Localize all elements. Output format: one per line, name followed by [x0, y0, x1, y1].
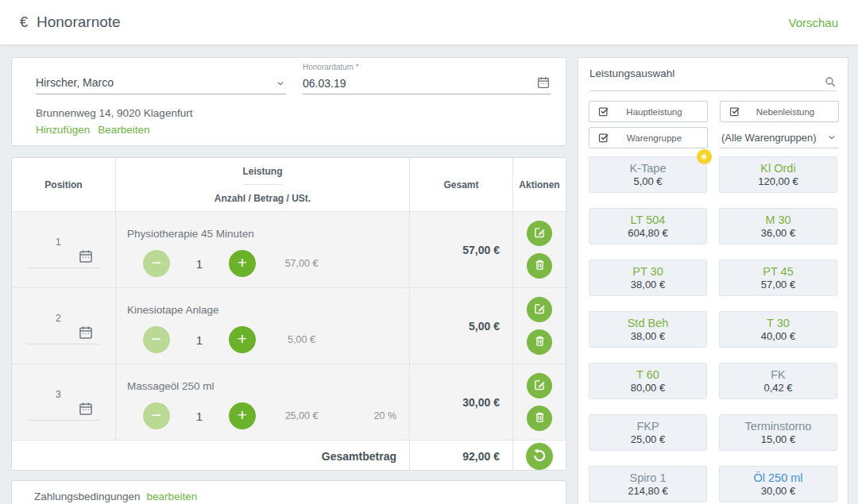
warengruppen-select-value: (Alle Warengruppen)	[721, 132, 816, 144]
increase-quantity-button[interactable]: +	[229, 402, 256, 429]
service-button-name: PT 30	[632, 265, 663, 278]
page-title: € Honorarnote	[20, 13, 121, 31]
service-button[interactable]: ★ K-Tape 5,00 €	[589, 156, 707, 193]
service-button[interactable]: ★ T 60 80,00 €	[589, 363, 707, 399]
patient-address: Brunnenweg 14, 9020 Klagenfurt	[36, 107, 192, 119]
calendar-icon[interactable]	[78, 401, 94, 417]
edit-icon	[533, 302, 547, 317]
service-button[interactable]: ★ LT 504 604,80 €	[589, 208, 707, 244]
position-input[interactable]: 3	[27, 384, 100, 421]
service-button[interactable]: ★ Std Beh 38,00 €	[589, 311, 707, 348]
service-button-price: 38,00 €	[631, 330, 665, 342]
service-button[interactable]: ★ T 30 40,00 €	[719, 311, 837, 348]
patient-select[interactable]: Hirscher, Marco	[36, 72, 286, 94]
service-name: Kinesiotape Anlage	[126, 304, 409, 316]
services-grid: ★ K-Tape 5,00 € ★ Kl Ordi 120,00 € ★ LT …	[589, 156, 837, 502]
position-value: 3	[56, 389, 61, 400]
fee-date-field[interactable]: Honorardatum * 06.03.19	[303, 63, 551, 94]
table-row: 3 Massageöl 250 ml − 1 +	[12, 364, 566, 440]
service-button-price: 5,00 €	[633, 175, 662, 187]
edit-icon	[533, 378, 547, 394]
grand-total-label: Gesamtbetrag	[12, 441, 409, 471]
edit-row-button[interactable]	[527, 373, 552, 398]
euro-icon: €	[20, 14, 28, 31]
filter-label: Warengruppe	[609, 133, 707, 143]
calendar-icon[interactable]	[78, 325, 94, 340]
service-button[interactable]: ★ FK 0,42 €	[719, 363, 837, 399]
service-button[interactable]: ★ PT 45 57,00 €	[719, 260, 837, 296]
delete-row-button[interactable]	[527, 329, 552, 355]
service-button-name: FK	[771, 368, 786, 381]
service-button[interactable]: ★ Kl Ordi 120,00 €	[719, 156, 837, 193]
quantity-value: 1	[170, 333, 229, 347]
grand-total-value: 92,00 €	[409, 441, 512, 471]
reset-invoice-button[interactable]	[526, 443, 553, 470]
fee-date-label: Honorardatum *	[303, 63, 551, 71]
table-header: Position Leistung Anzahl / Betrag / USt.…	[12, 158, 566, 211]
edit-payment-terms-link[interactable]: bearbeiten	[146, 491, 197, 502]
service-button[interactable]: ★ Spiro 1 214,80 €	[589, 466, 707, 502]
column-service-sub-label: Anzahl / Betrag / USt.	[214, 185, 311, 211]
quantity-value: 1	[170, 410, 229, 423]
service-button-price: 38,00 €	[631, 279, 665, 290]
decrease-quantity-button[interactable]: −	[143, 326, 170, 353]
service-button-price: 80,00 €	[631, 382, 665, 394]
service-button-name: Kl Ordi	[760, 162, 795, 175]
service-button[interactable]: ★ Öl 250 ml 30,00 €	[719, 466, 837, 502]
service-button-price: 25,00 €	[631, 433, 665, 445]
service-button-price: 0,42 €	[763, 382, 792, 394]
search-icon	[824, 75, 837, 88]
row-total: 5,00 €	[409, 288, 512, 364]
service-search-input[interactable]	[589, 72, 837, 91]
service-button-price: 15,00 €	[761, 433, 795, 445]
position-input[interactable]: 1	[27, 232, 100, 268]
table-row: 2 Kinesiotape Anlage − 1 +	[12, 287, 566, 364]
service-button-price: 30,00 €	[761, 485, 795, 497]
row-total: 57,00 €	[409, 212, 512, 287]
edit-icon	[533, 225, 547, 241]
undo-icon	[531, 448, 547, 466]
favorite-star-icon: ★	[697, 149, 712, 164]
add-patient-link[interactable]: Hinzufügen	[36, 124, 90, 136]
filter-nebenleistung-button[interactable]: Nebenleistung	[720, 101, 839, 122]
service-button-price: 40,00 €	[761, 330, 795, 342]
delete-row-button[interactable]	[527, 406, 552, 431]
chevron-down-icon	[275, 78, 286, 89]
edit-row-button[interactable]	[527, 221, 552, 246]
payment-terms-panel: Zahlungsbedingungen bearbeiten	[11, 480, 566, 504]
service-button-price: 36,00 €	[761, 227, 795, 239]
quantity-value: 1	[170, 257, 229, 271]
preview-link[interactable]: Vorschau	[788, 16, 838, 29]
service-button[interactable]: ★ Terminstorno 15,00 €	[719, 414, 837, 451]
calendar-icon[interactable]	[78, 248, 94, 264]
fee-date-value[interactable]: 06.03.19	[303, 77, 346, 90]
calendar-icon[interactable]	[536, 75, 551, 90]
service-button[interactable]: ★ FKP 25,00 €	[589, 414, 707, 451]
service-button-name: FKP	[636, 420, 659, 433]
filter-warengruppe-button[interactable]: Warengruppe	[589, 127, 708, 148]
service-button-name: Std Beh	[628, 317, 669, 329]
service-button[interactable]: ★ M 30 36,00 €	[719, 208, 837, 244]
delete-row-button[interactable]	[527, 253, 552, 279]
service-button-name: Spiro 1	[630, 471, 667, 484]
service-button-price: 120,00 €	[758, 175, 798, 187]
decrease-quantity-button[interactable]: −	[143, 402, 170, 429]
increase-quantity-button[interactable]: +	[229, 326, 256, 353]
edit-patient-link[interactable]: Bearbeiten	[98, 124, 149, 136]
warengruppen-select[interactable]: (Alle Warengruppen)	[720, 127, 839, 148]
filter-label: Hauptleistung	[609, 107, 707, 117]
vat-rate: 20 %	[347, 410, 396, 421]
service-button-name: Öl 250 ml	[753, 471, 802, 484]
increase-quantity-button[interactable]: +	[229, 250, 256, 277]
checkbox-checked-icon	[729, 106, 740, 117]
payment-terms-label: Zahlungsbedingungen	[34, 491, 141, 502]
decrease-quantity-button[interactable]: −	[143, 250, 170, 277]
position-value: 1	[56, 237, 61, 248]
position-input[interactable]: 2	[27, 308, 100, 344]
service-button-price: 214,80 €	[628, 485, 668, 497]
service-button[interactable]: ★ PT 30 38,00 €	[589, 260, 707, 296]
service-button-name: LT 504	[631, 214, 666, 226]
filter-hauptleistung-button[interactable]: Hauptleistung	[589, 101, 708, 122]
position-value: 2	[56, 313, 61, 324]
edit-row-button[interactable]	[527, 297, 552, 322]
